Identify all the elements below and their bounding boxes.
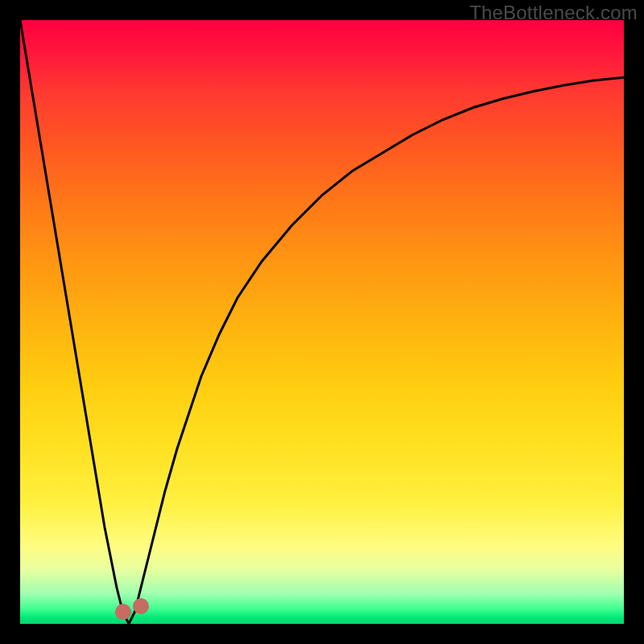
bottleneck-curve-svg: [20, 20, 624, 624]
plot-area: [20, 20, 624, 624]
bottleneck-curve-path: [20, 20, 624, 624]
chart-frame: TheBottleneck.com: [0, 0, 644, 644]
optimal-point-left: [115, 604, 131, 620]
optimal-point-right: [133, 598, 149, 614]
